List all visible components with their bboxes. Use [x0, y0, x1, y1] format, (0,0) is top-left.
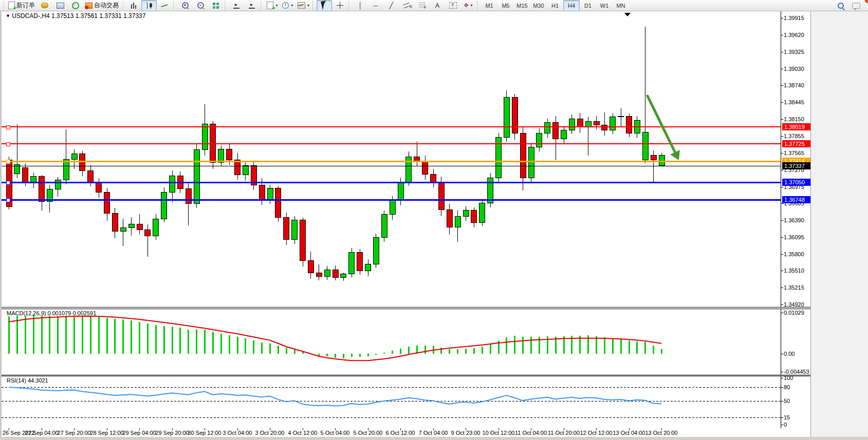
new-order-icon — [8, 2, 15, 9]
price-tag: 1.38019 — [782, 123, 810, 130]
timeframe-button-M5[interactable]: M5 — [497, 0, 514, 11]
text-tool-button[interactable]: A — [430, 0, 445, 11]
fibonacci-icon — [419, 3, 426, 8]
axis-tick-label: 1.38445 — [784, 99, 804, 105]
vertical-line-icon: │ — [358, 3, 362, 9]
line-handle[interactable] — [6, 142, 10, 146]
candle — [88, 171, 94, 182]
cursor-tool-button[interactable] — [317, 0, 332, 11]
candle — [512, 98, 518, 133]
drawn-arrow[interactable] — [647, 95, 677, 156]
candle — [80, 154, 85, 171]
time-axis-label: 5 Oct 20:00 — [354, 430, 383, 436]
line-handle[interactable] — [6, 160, 10, 163]
macd-main-value: 0.001079 — [47, 310, 71, 316]
candle — [316, 273, 322, 277]
tile-windows-button[interactable] — [208, 0, 224, 11]
terminal-button[interactable] — [52, 0, 68, 11]
arrows-tool-button[interactable]: ✥▾ — [460, 0, 476, 11]
horizontal-line-tool-button[interactable]: ─ — [368, 0, 383, 11]
channel-tool-button[interactable] — [399, 0, 414, 11]
timeframe-button-W1[interactable]: W1 — [596, 0, 613, 11]
chat-bubble-icon — [852, 3, 860, 9]
candle — [504, 98, 509, 138]
candle — [545, 123, 550, 133]
timeframe-button-MN[interactable]: MN — [613, 0, 629, 11]
axis-tick-label: 1.35215 — [784, 284, 804, 291]
zoom-out-button[interactable]: − — [193, 0, 208, 11]
axis-tick-label: -0.004453 — [784, 369, 809, 375]
axis-tick-label: 1.38150 — [784, 116, 804, 122]
axis-tick-label: 1.37565 — [784, 150, 804, 156]
chart-shift-button[interactable] — [229, 0, 244, 11]
candle — [259, 185, 265, 200]
timeframe-button-H1[interactable]: H1 — [547, 0, 563, 11]
auto-scroll-button[interactable] — [244, 0, 260, 11]
trendline-icon: ╱ — [389, 3, 393, 9]
candle — [381, 215, 387, 238]
macd-canvas[interactable]: 0.010290.00-0.004453 — [2, 309, 812, 375]
price-tag: 1.37050 — [782, 179, 810, 186]
crosshair-tool-button[interactable] — [332, 0, 347, 11]
candle — [218, 149, 224, 162]
candle — [577, 119, 583, 127]
chart-shift-marker[interactable] — [624, 13, 631, 16]
timeframe-button-M1[interactable]: M1 — [481, 0, 497, 11]
price-chart-canvas[interactable]: 1.399151.396201.393251.390301.387401.384… — [2, 11, 812, 307]
toolbar: 新订单 自动交易 + − ▾ ▾ ▾ │ ─ ╱ A T ✥▾ M1M5M15M… — [0, 0, 868, 11]
rsi-line — [9, 387, 661, 406]
candle — [651, 156, 656, 160]
periods-button[interactable]: ▾ — [280, 0, 296, 11]
time-axis[interactable]: 26 Sep 202227 Sep 04:0027 Sep 20:0028 Se… — [2, 428, 812, 437]
templates-button[interactable]: ▾ — [296, 0, 311, 11]
candle — [349, 252, 355, 274]
chart-shift-icon — [233, 3, 239, 9]
toolbar-separator — [348, 1, 352, 10]
search-button[interactable] — [833, 0, 848, 11]
timeframe-button-M30[interactable]: M30 — [530, 0, 547, 11]
axis-tick-label: 100 — [784, 376, 793, 381]
candle — [479, 203, 485, 222]
price-axis[interactable]: 1008050150 — [781, 376, 793, 428]
candle — [63, 159, 69, 180]
axis-tick-label: 1.38740 — [784, 82, 804, 88]
macd-indicator-panel[interactable]: MACD(12,26,9) 0.001079 0.002591 0.010290… — [2, 309, 812, 375]
price-tag: 1.37725 — [782, 140, 810, 147]
time-axis-label: 30 Sep 12:00 — [188, 430, 221, 436]
text-label-tool-button[interactable]: T — [445, 0, 460, 11]
bar-chart-icon — [131, 3, 137, 9]
new-order-button[interactable]: 新订单 — [6, 0, 37, 11]
toolbar-separator — [225, 1, 228, 10]
rsi-indicator-panel[interactable]: RSI(14) 44.3021 1008050150 — [2, 376, 812, 429]
signals-button[interactable] — [68, 0, 83, 11]
vertical-line-tool-button[interactable]: │ — [353, 0, 368, 11]
timeframe-button-D1[interactable]: D1 — [580, 0, 596, 11]
fibonacci-tool-button[interactable] — [414, 0, 430, 11]
new-order-label: 新订单 — [16, 1, 35, 10]
autotrading-button[interactable]: 自动交易 — [83, 0, 121, 11]
timeframe-button-M15[interactable]: M15 — [514, 0, 530, 11]
bar-chart-button[interactable] — [126, 0, 141, 11]
candlestick-chart-button[interactable] — [141, 0, 157, 11]
timeframe-button-H4[interactable]: H4 — [563, 0, 580, 11]
candle — [71, 154, 77, 159]
notifications-button[interactable]: 1 — [848, 0, 864, 11]
line-chart-button[interactable] — [157, 0, 172, 11]
zoom-in-button[interactable]: + — [177, 0, 193, 11]
line-handle[interactable] — [6, 198, 10, 202]
chart-collapse-icon[interactable]: ▼ — [6, 13, 10, 18]
axis-tick-label: 0.00 — [784, 351, 795, 357]
depth-of-market-button[interactable] — [37, 0, 52, 11]
rsi-canvas[interactable]: 1008050150 — [2, 376, 812, 428]
horizontal-line-icon: ─ — [374, 3, 378, 9]
price-chart-panel[interactable]: 1.399151.396201.393251.390301.387401.384… — [2, 11, 812, 308]
candle — [227, 149, 232, 160]
new-chart-button[interactable]: ▾ — [265, 0, 280, 11]
price-axis[interactable]: 0.010290.00-0.004453 — [781, 309, 809, 375]
time-axis-label: 27 Sep 04:00 — [25, 430, 58, 436]
line-handle[interactable] — [6, 181, 10, 184]
trendline-tool-button[interactable]: ╱ — [383, 0, 399, 11]
line-chart-icon — [161, 3, 168, 8]
line-handle[interactable] — [6, 125, 10, 129]
candle — [292, 220, 298, 240]
